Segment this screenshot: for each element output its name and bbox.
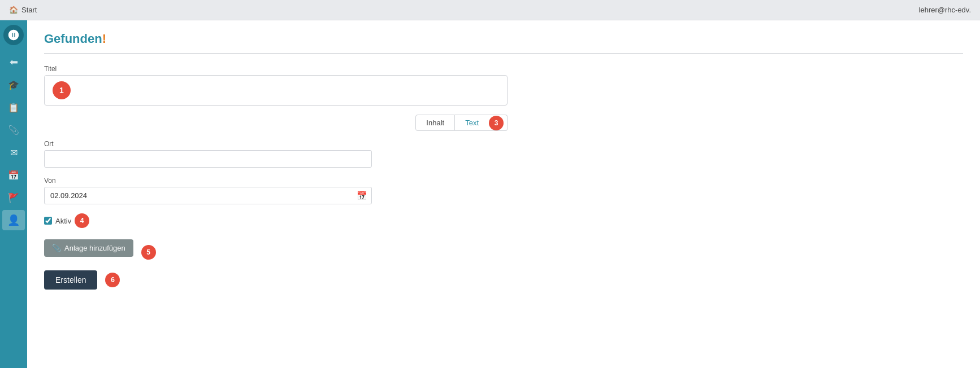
create-button[interactable]: Erstellen: [44, 270, 97, 290]
content-area: Gefunden! Titel 1 Inhalt Text 3 Ort: [27, 20, 980, 368]
ort-label: Ort: [44, 140, 508, 148]
sidebar: ⬅ 🎓 📋 📎 ✉ 📅 🚩 👤: [0, 20, 27, 368]
start-link[interactable]: Start: [21, 6, 37, 14]
aktiv-checkbox[interactable]: [44, 217, 52, 225]
topbar-left: 🏠 Start: [9, 6, 37, 14]
tab-text[interactable]: Text: [455, 115, 489, 130]
aktiv-row: Aktiv 4: [44, 213, 508, 228]
sidebar-item-exit[interactable]: ⬅: [2, 52, 25, 72]
von-input[interactable]: [44, 187, 372, 204]
titel-badge: 1: [53, 81, 71, 99]
divider: [44, 53, 963, 54]
sidebar-item-flag[interactable]: 🚩: [2, 187, 25, 208]
text-badge: 3: [489, 116, 504, 130]
sidebar-item-calendar-small[interactable]: 📋: [2, 97, 25, 117]
aktiv-badge: 4: [75, 213, 89, 228]
topbar: 🏠 Start lehrer@rhc-edv.: [0, 0, 980, 20]
form-section: Titel 1 Inhalt Text 3 Ort Von: [44, 65, 508, 290]
attachment-button[interactable]: 📎 Anlage hinzufügen: [44, 239, 133, 257]
attachment-badge: 5: [141, 245, 156, 260]
create-row: Erstellen 6: [44, 270, 508, 290]
user-email: lehrer@rhc-edv.: [919, 6, 971, 14]
home-icon: 🏠: [9, 6, 18, 14]
sidebar-item-user[interactable]: 👤: [2, 210, 25, 230]
calendar-icon[interactable]: 📅: [357, 191, 367, 201]
attachment-row: 📎 Anlage hinzufügen 5: [44, 239, 508, 265]
sidebar-item-education[interactable]: 🎓: [2, 75, 25, 95]
von-group: Von 📅: [44, 177, 508, 204]
von-label: Von: [44, 177, 508, 185]
titel-field-wrapper[interactable]: 1: [44, 75, 508, 106]
sidebar-logo[interactable]: [3, 25, 24, 45]
paperclip-icon: 📎: [52, 244, 61, 252]
von-date-wrapper: 📅: [44, 187, 372, 204]
tabs-row: Inhalt Text 3: [44, 115, 508, 131]
main-layout: ⬅ 🎓 📋 📎 ✉ 📅 🚩 👤 Gefunden! Titel 1 Inhalt: [0, 20, 980, 368]
page-title: Gefunden!: [44, 32, 963, 46]
sidebar-item-mail[interactable]: ✉: [2, 142, 25, 163]
titel-label: Titel: [44, 65, 508, 73]
tab-inhalt[interactable]: Inhalt: [415, 115, 455, 131]
titel-group: Titel 1: [44, 65, 508, 106]
create-badge: 6: [105, 273, 120, 287]
aktiv-label[interactable]: Aktiv: [55, 217, 71, 225]
ort-group: Ort: [44, 140, 508, 168]
sidebar-item-attachment[interactable]: 📎: [2, 120, 25, 140]
ort-input[interactable]: [44, 150, 372, 168]
sidebar-item-calendar[interactable]: 📅: [2, 165, 25, 185]
